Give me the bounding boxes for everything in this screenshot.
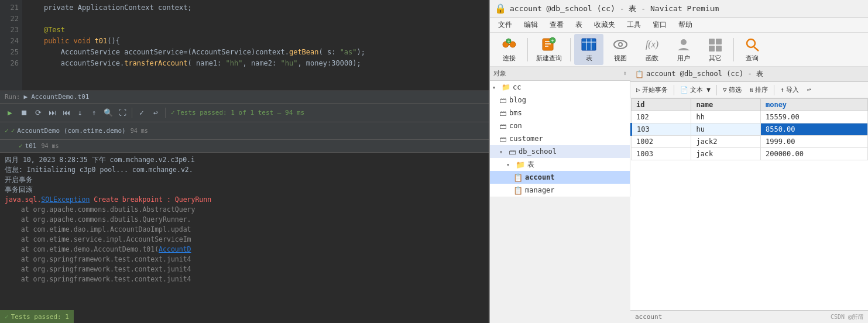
col-header-id[interactable]: id — [632, 99, 691, 111]
menu-help[interactable]: 帮助 — [673, 18, 698, 32]
table-row[interactable]: 1003 jack 200000.00 — [632, 148, 868, 160]
toolbar-user[interactable]: 用户 — [669, 34, 698, 65]
text-btn[interactable]: 📄 文本 ▼ — [677, 84, 714, 95]
data-header-icon: 📋 — [635, 70, 644, 78]
export-btn[interactable]: ↩ — [804, 85, 815, 95]
toolbar-connect[interactable]: + 连接 — [495, 34, 524, 65]
step-over-button[interactable]: ⏭ — [46, 106, 59, 119]
svg-rect-22 — [716, 46, 722, 51]
tree-item-table-folder[interactable]: ▾ 📁 表 — [490, 158, 630, 171]
filter-btn[interactable]: ▽ 筛选 — [719, 84, 745, 95]
col-header-money[interactable]: money — [760, 99, 867, 111]
cell-id-4: 1003 — [632, 148, 691, 160]
step-up-button[interactable]: ↑ — [88, 106, 101, 119]
tree-label-dbschool: db_school — [519, 147, 557, 156]
stop-button[interactable]: ⏹ — [18, 106, 30, 119]
table-row[interactable]: 102 hh 15559.00 — [632, 111, 868, 123]
cell-name-1: hh — [691, 111, 761, 123]
step-into-button[interactable]: ⏮ — [60, 106, 73, 119]
navicat-toolbar: + 连接 + 新建查询 — [490, 33, 868, 67]
code-line-24: public void t01(){ — [27, 36, 484, 47]
menu-edit[interactable]: 编辑 — [518, 18, 544, 32]
console-line-3: 开启事务 — [5, 175, 484, 185]
data-tool-divider-2 — [716, 85, 717, 95]
function-icon: f(x) — [643, 36, 661, 53]
toolbar-divider-3 — [733, 38, 734, 61]
tree-header: 对象 ⬆ — [490, 67, 630, 81]
cell-name-3: jack2 — [691, 136, 761, 148]
console-line-1: 四月 10, 2023 8:28:35 下午 com.mchange.v2.c3… — [5, 155, 484, 165]
tree-item-dbschool[interactable]: ▾ 🗃 db_school — [490, 145, 630, 158]
tree-item-con[interactable]: 🗃 con — [490, 119, 630, 132]
toolbar-new-query[interactable]: + 新建查询 — [531, 34, 567, 65]
svg-rect-11 — [582, 39, 596, 50]
run-button[interactable]: ▶ — [4, 106, 16, 119]
toolbar-view[interactable]: 视图 — [606, 34, 635, 65]
cell-money-3: 1999.00 — [760, 136, 867, 148]
ide-toolbar: ▶ ⏹ ⟳ ⏭ ⏮ ↓ ↑ 🔍 ⛶ ✓ ↩ ✓ Tests passed: 1 … — [0, 104, 489, 122]
console-line-12: at org.springframework.test.context.juni… — [5, 264, 484, 274]
run-icon: ▶ — [24, 93, 28, 101]
menu-favorites[interactable]: 收藏夹 — [588, 18, 621, 32]
tree-item-account[interactable]: 📋 account — [490, 171, 630, 184]
toolbar-divider-2 — [165, 108, 166, 118]
menu-file[interactable]: 文件 — [492, 18, 518, 32]
tree-item-blog[interactable]: 🗃 blog — [490, 94, 630, 106]
console-line-5: java.sql.SQLException Create breakpoint … — [5, 195, 484, 205]
cell-name-4: jack — [691, 148, 761, 160]
console-line-4: 事务回滚 — [5, 185, 484, 195]
navicat-title: account @db_school (cc) - 表 - Navicat Pr… — [510, 4, 719, 14]
menu-view[interactable]: 查看 — [544, 18, 569, 32]
menu-tools[interactable]: 工具 — [621, 18, 647, 32]
step-down-button[interactable]: ↓ — [74, 106, 87, 119]
tree-item-manager[interactable]: 📋 manager — [490, 184, 630, 197]
navicat-tree-container: 对象 ⬆ ▾ 📁 cc 🗃 blog 🗃 bms — [490, 67, 630, 323]
console-line-10: at com.etime.demo.AccountDemo.t01(Accoun… — [5, 245, 484, 255]
data-table-wrap[interactable]: id name money 102 hh 15559.00 103 — [630, 98, 868, 310]
code-line-23: @Test — [27, 25, 484, 36]
expand-button[interactable]: ⛶ — [116, 106, 129, 119]
begin-transaction-btn[interactable]: ▷ 开始事务 — [633, 84, 671, 95]
other-icon — [706, 36, 724, 53]
console-line-7: at org.apache.commons.dbutils.QueryRunne… — [5, 215, 484, 225]
tree-label-bms: bms — [509, 109, 522, 117]
tree-item-cc[interactable]: ▾ 📁 cc — [490, 81, 630, 94]
test-item-t01: ✓ t01 94 ms — [9, 142, 59, 150]
toolbar-divider-1 — [527, 38, 528, 61]
menu-window[interactable]: 窗口 — [647, 18, 673, 32]
toolbar-search[interactable]: 查询 — [737, 34, 767, 65]
import-btn[interactable]: ↑ 导入 — [777, 84, 802, 95]
run-label: Run: — [5, 93, 20, 101]
table-row[interactable]: 1002 jack2 1999.00 — [632, 136, 868, 148]
menu-table[interactable]: 表 — [569, 18, 588, 32]
run-bar: Run: ▶ AccountDemo.t01 — [0, 91, 489, 104]
rerun-button[interactable]: ⟳ — [32, 106, 44, 119]
tree-item-customer[interactable]: 🗃 customer — [490, 132, 630, 145]
search-button[interactable]: 🔍 — [102, 106, 115, 119]
user-label: 用户 — [677, 54, 690, 63]
cell-id-1: 102 — [632, 111, 691, 123]
col-header-name[interactable]: name — [691, 99, 761, 111]
toolbar-table[interactable]: 表 — [574, 34, 603, 65]
tree-scroll-indicator[interactable]: ⬆ — [623, 70, 627, 77]
tree-toggle-tablefolder: ▾ — [506, 162, 513, 168]
toolbar-function[interactable]: f(x) 函数 — [637, 34, 667, 65]
import-icon: ↑ — [780, 86, 784, 94]
data-header-title: account @db_school (cc) - 表 — [646, 69, 763, 79]
filter-label: 筛选 — [729, 85, 742, 94]
table-row[interactable]: 103 hu 8550.00 — [632, 123, 868, 136]
check-button[interactable]: ✓ — [135, 106, 148, 119]
tree-label-con: con — [509, 122, 522, 130]
begin-transaction-label: 开始事务 — [642, 85, 668, 94]
test-results-bar: ✓ ✓ AccountDemo (com.etime.demo) 94 ms — [0, 122, 489, 140]
navicat-tree[interactable]: ▾ 📁 cc 🗃 blog 🗃 bms 🗃 con — [490, 81, 630, 197]
test-method-time: 94 ms — [42, 143, 59, 149]
run-item: AccountDemo.t01 — [31, 93, 89, 101]
revert-button[interactable]: ↩ — [149, 106, 162, 119]
sort-btn[interactable]: ⇅ 排序 — [746, 84, 772, 95]
svg-point-23 — [747, 39, 755, 47]
code-content: private ApplicationContext context; @Tes… — [22, 0, 489, 90]
tree-label-manager: manager — [525, 186, 555, 194]
tree-item-bms[interactable]: 🗃 bms — [490, 106, 630, 119]
toolbar-other[interactable]: 其它 — [701, 34, 730, 65]
